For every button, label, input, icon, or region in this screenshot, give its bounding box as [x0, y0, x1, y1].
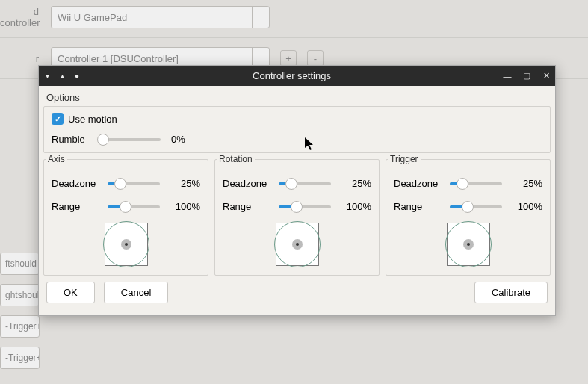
- deadzone-value: 25%: [341, 178, 371, 189]
- axis-title: Axis: [46, 154, 67, 164]
- minimize-icon[interactable]: —: [503, 72, 512, 81]
- titlebar[interactable]: ▾ ▴ ● Controller settings — ▢ ✕: [39, 66, 555, 86]
- trigger-title: Trigger: [388, 154, 421, 164]
- rotation-visualizer: [276, 223, 319, 266]
- remove-button[interactable]: -: [307, 50, 324, 66]
- range-label: Range: [223, 201, 267, 212]
- chevron-down-icon: [252, 6, 270, 28]
- emulated-controller-combo[interactable]: Wii U GamePad: [51, 6, 270, 28]
- use-motion-label: Use motion: [68, 114, 117, 125]
- trigger-visualizer: [447, 223, 490, 266]
- rumble-label: Rumble: [52, 134, 87, 145]
- trigger-deadzone-slider[interactable]: [450, 182, 502, 185]
- rotation-range-slider[interactable]: [279, 205, 331, 208]
- axis-visualizer: [105, 223, 148, 266]
- binding-button[interactable]: -Trigger+: [0, 315, 40, 338]
- deadzone-value: 25%: [513, 178, 542, 189]
- rumble-value: 0%: [171, 134, 185, 145]
- controller-settings-dialog: ▾ ▴ ● Controller settings — ▢ ✕ Options …: [38, 65, 556, 316]
- range-value: 100%: [513, 201, 542, 212]
- maximize-icon[interactable]: ▢: [522, 71, 531, 81]
- rotation-title: Rotation: [217, 154, 255, 164]
- range-label: Range: [394, 201, 439, 212]
- axis-deadzone-slider[interactable]: [108, 182, 160, 185]
- deadzone-label: Deadzone: [52, 178, 96, 189]
- calibrate-button[interactable]: Calibrate: [474, 282, 548, 303]
- binding-button[interactable]: ftshould: [0, 253, 40, 275]
- deadzone-label: Deadzone: [223, 178, 267, 189]
- rotation-deadzone-slider[interactable]: [279, 182, 331, 185]
- window-title: Controller settings: [81, 70, 503, 81]
- binding-button[interactable]: -Trigger+: [0, 347, 40, 369]
- rotation-group: Rotation Deadzone 25% Range: [214, 159, 380, 276]
- deadzone-value: 25%: [170, 178, 200, 189]
- range-value: 100%: [170, 201, 200, 212]
- use-motion-checkbox[interactable]: ✓: [52, 113, 64, 125]
- parent-window-buttons-partial: ftshould ghtshoul -Trigger+ -Trigger+: [0, 253, 40, 374]
- cancel-button[interactable]: Cancel: [104, 282, 168, 303]
- trigger-range-slider[interactable]: [450, 205, 502, 208]
- menu-dot-icon[interactable]: ●: [73, 72, 81, 80]
- range-label: Range: [52, 201, 96, 212]
- menu-up-icon[interactable]: ▴: [58, 72, 66, 80]
- binding-button[interactable]: ghtshoul: [0, 284, 40, 306]
- options-title: Options: [46, 92, 551, 103]
- axis-group: Axis Deadzone 25% Range: [43, 159, 208, 276]
- close-icon[interactable]: ✕: [542, 71, 551, 81]
- menu-down-icon[interactable]: ▾: [43, 72, 51, 80]
- ok-button[interactable]: OK: [46, 282, 95, 303]
- add-button[interactable]: +: [280, 50, 297, 66]
- axis-range-slider[interactable]: [108, 205, 160, 208]
- rumble-slider[interactable]: [98, 138, 161, 141]
- trigger-group: Trigger Deadzone 25% Range: [386, 159, 551, 276]
- deadzone-label: Deadzone: [394, 178, 439, 189]
- options-group: ✓ Use motion Rumble 0%: [43, 106, 551, 153]
- emulated-controller-label: d controller: [0, 6, 43, 28]
- range-value: 100%: [341, 201, 371, 212]
- controller-label: r: [0, 53, 43, 64]
